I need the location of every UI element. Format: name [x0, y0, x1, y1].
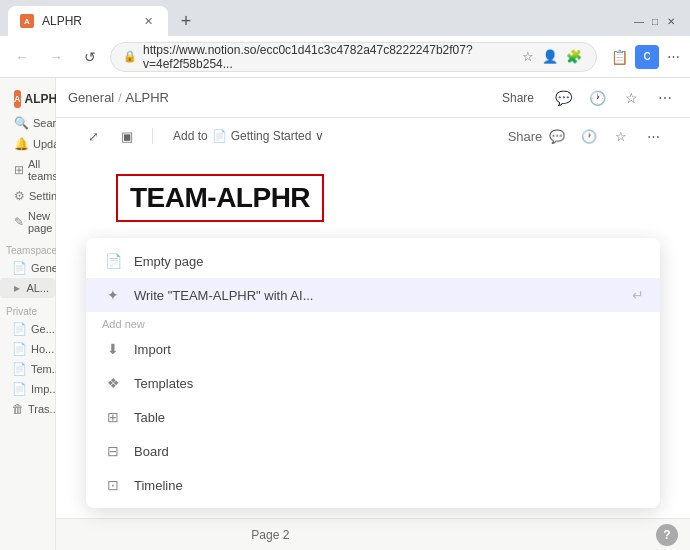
lock-icon: 🔒	[123, 50, 137, 63]
sidebar-item-private-trash[interactable]: 🗑 Tras...	[0, 399, 55, 419]
menu-item-empty-page[interactable]: 📄 Empty page	[86, 244, 660, 278]
updates-icon: 🔔	[14, 137, 29, 151]
tab-bar: A ALPHR ✕ + — □ ✕	[0, 0, 690, 36]
maximize-button[interactable]: □	[648, 14, 662, 28]
add-to-button[interactable]: Add to 📄 Getting Started ∨	[165, 126, 332, 146]
close-button[interactable]: ✕	[664, 14, 678, 28]
getting-started-label: Getting Started	[231, 129, 312, 143]
editor-toolbar: ⤢ ▣ Add to 📄 Getting Started ∨ Share 💬	[56, 118, 690, 154]
page-icon-general: 📄	[12, 261, 27, 275]
menu-item-table[interactable]: ⊞ Table	[86, 400, 660, 434]
history-icon[interactable]: 🕐	[584, 85, 610, 111]
breadcrumb-current: ALPHR	[126, 90, 169, 105]
window-controls: — □ ✕	[632, 14, 682, 28]
menu-board-label: Board	[134, 444, 169, 459]
toolbar-divider	[152, 128, 153, 144]
sidebar-item-new[interactable]: ✎ New page	[8, 207, 47, 237]
workspace-icon: A	[14, 90, 21, 108]
page-content: ⤢ ▣ Add to 📄 Getting Started ∨ Share 💬	[56, 118, 690, 550]
page-title-area: TEAM-ALPHR	[56, 154, 690, 232]
sidebar-item-search[interactable]: 🔍 Search	[8, 113, 47, 133]
sidebar-item-general[interactable]: 📄 Gene...	[0, 258, 55, 278]
star-icon-toolbar[interactable]: ☆	[608, 123, 634, 149]
sidebar-item-private-gen[interactable]: 📄 Ge...	[0, 319, 55, 339]
tab-label: ALPHR	[42, 14, 82, 28]
page-title-wrapper: TEAM-ALPHR	[116, 174, 324, 222]
sidebar-item-settings[interactable]: ⚙ Settings	[8, 186, 47, 206]
share-button[interactable]: Share	[494, 88, 542, 108]
page-icon-priv-templates: 📄	[12, 362, 27, 376]
menu-item-timeline[interactable]: ⊡ Timeline	[86, 468, 660, 502]
workspace-button[interactable]: A ALPHR	[8, 86, 47, 112]
page-icon-priv-import: 📄	[12, 382, 27, 396]
notion-sidebar: A ALPHR 🔍 Search 🔔 Updates ⊞ All teamsp.…	[0, 78, 56, 550]
menu-item-import[interactable]: ⬇ Import	[86, 332, 660, 366]
page-icon-priv-trash: 🗑	[12, 402, 24, 416]
extension-icons: 📋 C	[607, 45, 659, 69]
page-icon-small: 📄	[212, 129, 227, 143]
extension-icon[interactable]: 🧩	[564, 47, 584, 66]
notion-topbar: General / ALPHR Share 💬 🕐 ☆ ⋯	[56, 78, 690, 118]
content-area: A ALPHR 🔍 Search 🔔 Updates ⊞ All teamsp.…	[0, 78, 690, 550]
sidebar-item-private-templates[interactable]: 📄 Tem...	[0, 359, 55, 379]
import-icon: ⬇	[102, 338, 124, 360]
menu-templates-label: Templates	[134, 376, 193, 391]
menu-item-board[interactable]: ⊟ Board	[86, 434, 660, 468]
topbar-right: Share 💬 🕐 ☆ ⋯	[494, 85, 678, 111]
more-icon-toolbar[interactable]: ⋯	[640, 123, 666, 149]
sidebar-item-al[interactable]: ▸ AL...	[0, 278, 55, 298]
sidebar-new-label: New page	[28, 210, 52, 234]
star-icon[interactable]: ☆	[618, 85, 644, 111]
sidebar-priv-import-label: Imp...	[31, 383, 59, 395]
browser-window: A ALPHR ✕ + — □ ✕ ← → ↺	[0, 0, 690, 550]
notion-ext-icon[interactable]: 📋	[607, 45, 631, 69]
breadcrumb: General / ALPHR	[68, 90, 169, 105]
page-icon-al: ▸	[12, 281, 22, 295]
teamspaces-icon: ⊞	[14, 163, 24, 177]
history-icon-toolbar[interactable]: 🕐	[576, 123, 602, 149]
breadcrumb-separator: /	[118, 91, 121, 105]
sidebar-item-private-home[interactable]: 📄 Ho...	[0, 339, 55, 359]
new-tab-button[interactable]: +	[172, 7, 200, 35]
cover-icon[interactable]: ▣	[114, 123, 140, 149]
toolbar-right: Share 💬 🕐 ☆ ⋯	[512, 123, 666, 149]
empty-page-icon: 📄	[102, 250, 124, 272]
chevron-down-icon: ∨	[315, 129, 324, 143]
active-tab[interactable]: A ALPHR ✕	[8, 6, 168, 36]
table-icon: ⊞	[102, 406, 124, 428]
bookmark-icon[interactable]: ☆	[520, 47, 536, 66]
page-footer: Page 2 ?	[56, 518, 690, 550]
sidebar-priv-gen-label: Ge...	[31, 323, 55, 335]
forward-button[interactable]: →	[42, 43, 70, 71]
return-icon: ↵	[632, 287, 644, 303]
menu-empty-page-label: Empty page	[134, 254, 203, 269]
sidebar-item-private-import[interactable]: 📄 Imp...	[0, 379, 55, 399]
expand-icon[interactable]: ⤢	[80, 123, 106, 149]
sidebar-item-all-teamspaces[interactable]: ⊞ All teamsp...	[8, 155, 47, 185]
tab-close-button[interactable]: ✕	[140, 13, 156, 29]
sidebar-item-updates[interactable]: 🔔 Updates	[8, 134, 47, 154]
more-icon[interactable]: ⋯	[652, 85, 678, 111]
help-button[interactable]: ?	[656, 524, 678, 546]
minimize-button[interactable]: —	[632, 14, 646, 28]
menu-item-write-ai[interactable]: ✦ Write "TEAM-ALPHR" with AI... ↵	[86, 278, 660, 312]
menu-add-new-section: Add new	[86, 312, 660, 332]
menu-item-templates[interactable]: ❖ Templates	[86, 366, 660, 400]
page-title[interactable]: TEAM-ALPHR	[130, 182, 310, 213]
search-icon: 🔍	[14, 116, 29, 130]
sidebar-priv-home-label: Ho...	[31, 343, 54, 355]
new-page-icon: ✎	[14, 215, 24, 229]
profile-icon[interactable]: 👤	[540, 47, 560, 66]
ai-icon: ✦	[102, 284, 124, 306]
chrome-ext-icon[interactable]: C	[635, 45, 659, 69]
comment-icon[interactable]: 💬	[550, 85, 576, 111]
refresh-button[interactable]: ↺	[76, 43, 104, 71]
notion-main: General / ALPHR Share 💬 🕐 ☆ ⋯ ⤢ ▣	[56, 78, 690, 550]
editor-share-button[interactable]: Share	[512, 123, 538, 149]
overflow-menu-icon[interactable]: ⋯	[665, 47, 682, 66]
comment-icon-toolbar[interactable]: 💬	[544, 123, 570, 149]
address-bar-row: ← → ↺ 🔒 https://www.notion.so/ecc0c1d41c…	[0, 36, 690, 78]
address-input[interactable]: 🔒 https://www.notion.so/ecc0c1d41c3c4782…	[110, 42, 597, 72]
settings-icon: ⚙	[14, 189, 25, 203]
back-button[interactable]: ←	[8, 43, 36, 71]
